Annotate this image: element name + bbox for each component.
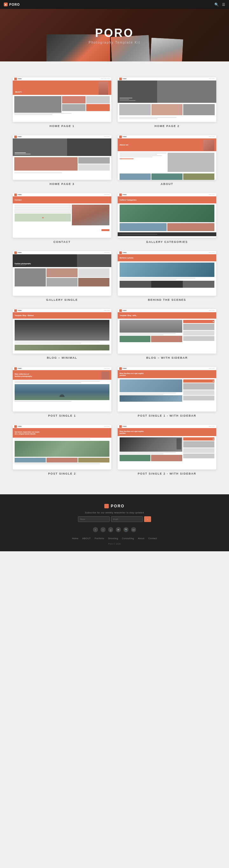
footer-social-links: f t g ▶ 📷 be — [13, 527, 216, 532]
footer-submit-button[interactable]: → — [144, 516, 152, 522]
hero-section: PORO Photography Template Kit — [0, 9, 229, 61]
template-label-post-single-2: POST SINGLE 2 — [48, 472, 76, 475]
templates-grid: PORO BEAUTY — [13, 78, 216, 475]
footer-copyright: Poro © 2020 — [13, 543, 216, 545]
footer-logo-icon — [104, 504, 109, 508]
template-behind-scenes: PORO Behind a photo — [118, 251, 216, 302]
template-preview-post-single-1[interactable]: PORO New collection of fashion photograp… — [13, 367, 111, 411]
footer-nav-consulting[interactable]: Consulting — [122, 537, 134, 539]
footer-nav-home[interactable]: Home — [72, 537, 78, 539]
template-gallery-categories: PORO Gallery Categories — [118, 193, 216, 244]
behance-icon[interactable]: be — [131, 527, 136, 532]
menu-icon[interactable]: ☰ — [222, 3, 225, 7]
search-icon[interactable]: 🔍 — [215, 3, 219, 7]
main-content: PORO BEAUTY — [0, 61, 229, 485]
template-home-page-2: PORO — [118, 78, 216, 128]
template-preview-contact[interactable]: PORO Contact — [13, 193, 111, 238]
template-preview-post-single-2[interactable]: PORO Qui lorem, impecolore sus turpisorc… — [13, 425, 111, 469]
template-label-blog-minimal: BLOG – MINIMAL — [47, 356, 77, 359]
template-contact: PORO Contact — [13, 193, 111, 244]
mockup-side-screen-2 — [150, 37, 183, 61]
template-home-page-1: PORO BEAUTY — [13, 78, 111, 128]
footer-nav-shooting[interactable]: Shooting — [108, 537, 118, 539]
template-label-blog-sidebar: BLOG – WITH SIDEBAR — [146, 356, 188, 359]
template-label-home-page-3: HOME PAGE 3 — [50, 182, 74, 186]
footer-logo-area: PORO — [13, 504, 216, 508]
instagram-icon[interactable]: 📷 — [123, 527, 129, 532]
template-about: PORO About me — [118, 135, 216, 186]
template-preview-blog-minimal[interactable]: PORO Template: Blog – Minimal — [13, 309, 111, 353]
template-gallery-single: PORO Fashion photography — [13, 251, 111, 302]
template-post-single-1-sidebar: PORO Nunc faucibus orci eget sagittispor… — [118, 367, 216, 417]
template-preview-gallery-categories[interactable]: PORO Gallery Categories — [118, 193, 216, 238]
template-preview-about[interactable]: PORO About me — [118, 135, 216, 180]
template-label-behind-scenes: BEHIND THE SCENES — [148, 298, 186, 302]
logo-icon: ■ — [4, 3, 8, 6]
template-preview-post-single-1-sidebar[interactable]: PORO Nunc faucibus orci eget sagittispor… — [118, 367, 216, 411]
footer-nav-contact[interactable]: Contact — [148, 537, 157, 539]
twitter-icon[interactable]: t — [100, 527, 106, 532]
youtube-icon[interactable]: ▶ — [116, 527, 121, 532]
template-preview-gallery-single[interactable]: PORO Fashion photography — [13, 251, 111, 296]
template-label-post-single-1-sidebar: POST SINGLE 1 - WITH SIDEBAR — [138, 414, 196, 417]
footer-email-input[interactable] — [111, 516, 143, 522]
footer-input-row: → — [13, 516, 216, 522]
template-label-home-page-1: HOME PAGE 1 — [50, 124, 74, 128]
template-label-gallery-single: GALLERY SINGLE — [46, 298, 78, 302]
footer-logo-text: PORO — [111, 504, 124, 508]
hero-title: PORO — [95, 26, 134, 40]
footer-nav: Home ABOUT Portfolio Shooting Consulting… — [13, 537, 216, 539]
footer-nav-about[interactable]: ABOUT — [83, 537, 91, 539]
top-navigation: ■ PORO 🔍 ☰ — [0, 0, 229, 9]
nav-icons: 🔍 ☰ — [215, 3, 225, 7]
hero-subtitle: Photography Template Kit — [89, 41, 140, 44]
footer-nav-about2[interactable]: About — [138, 537, 144, 539]
template-post-single-2: PORO Qui lorem, impecolore sus turpisorc… — [13, 425, 111, 475]
template-label-post-single-1: POST SINGLE 1 — [48, 414, 76, 417]
template-blog-sidebar: PORO Template: Blog – with... — [118, 309, 216, 359]
template-preview-home-page-1[interactable]: PORO BEAUTY — [13, 78, 111, 122]
template-preview-behind-scenes[interactable]: PORO Behind a photo — [118, 251, 216, 296]
template-label-contact: CONTACT — [54, 240, 71, 244]
template-post-single-2-sidebar: PORO Nunc faucibus orci eget sagittispor… — [118, 425, 216, 475]
template-label-about: ABOUT — [161, 182, 173, 186]
footer-subscribe-text: Subscribe for our weekly newsletter to s… — [13, 512, 216, 514]
template-label-home-page-2: HOME PAGE 2 — [155, 124, 179, 128]
template-label-post-single-2-sidebar: POST SINGLE 2 - WITH SIDEBAR — [138, 472, 196, 475]
template-blog-minimal: PORO Template: Blog – Minimal — [13, 309, 111, 359]
template-preview-post-single-2-sidebar[interactable]: PORO Nunc faucibus orci eget sagittispor… — [118, 425, 216, 469]
template-post-single-1: PORO New collection of fashion photograp… — [13, 367, 111, 417]
template-preview-home-page-3[interactable]: PORO — [13, 135, 111, 180]
template-home-page-3: PORO — [13, 135, 111, 186]
nav-logo-text: PORO — [9, 3, 20, 6]
template-label-gallery-categories: GALLERY CATEGORIES — [146, 240, 188, 244]
nav-logo[interactable]: ■ PORO — [4, 3, 20, 6]
template-preview-home-page-2[interactable]: PORO — [118, 78, 216, 122]
footer-nav-portfolio[interactable]: Portfolio — [94, 537, 104, 539]
template-preview-blog-sidebar[interactable]: PORO Template: Blog – with... — [118, 309, 216, 353]
googleplus-icon[interactable]: g — [108, 527, 113, 532]
site-footer: PORO Subscribe for our weekly newsletter… — [0, 494, 229, 551]
facebook-icon[interactable]: f — [93, 527, 98, 532]
footer-name-input[interactable] — [78, 516, 110, 522]
